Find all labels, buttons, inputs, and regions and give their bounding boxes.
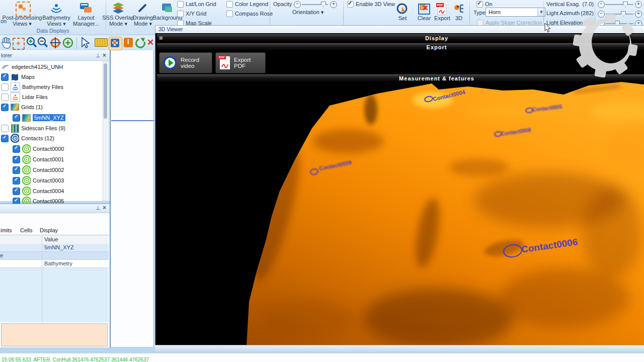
tree-item-project[interactable]: edgetech4125i_UNH xyxy=(0,62,104,72)
tree-item-maps[interactable]: Maps xyxy=(0,72,104,82)
zoom-out-icon[interactable] xyxy=(37,37,49,49)
export-bar-label: Export xyxy=(417,44,457,51)
opacity-slider-thumb[interactable] xyxy=(321,2,326,8)
checkbox-unchecked[interactable] xyxy=(1,83,9,91)
enable-3d-checkbox[interactable] xyxy=(347,1,354,8)
checkbox-checked[interactable] xyxy=(13,166,20,174)
on-checkbox[interactable] xyxy=(476,1,483,8)
vertical-exag-label: Vertical Exag. xyxy=(546,1,580,7)
checkbox-checked[interactable] xyxy=(13,177,20,185)
tree-item-contact0002[interactable]: Contact0002 xyxy=(0,165,115,175)
zoom-window-icon[interactable]: + xyxy=(13,38,25,50)
table-row[interactable]: Bathymetry xyxy=(0,260,109,267)
checkbox-checked[interactable] xyxy=(13,156,20,163)
pin-icon[interactable]: ⊥ xyxy=(96,204,101,212)
maps-icon xyxy=(11,73,19,81)
bathymetry-views-icon xyxy=(50,2,63,15)
compass-rose-checkbox[interactable] xyxy=(226,11,233,17)
checkbox-unchecked[interactable] xyxy=(1,125,9,132)
checkbox-unchecked[interactable] xyxy=(1,94,9,101)
type-value: Horn xyxy=(489,9,501,15)
contacts-icon xyxy=(11,134,19,143)
contact-icon xyxy=(22,187,31,196)
play-icon xyxy=(164,56,177,69)
checkbox-checked[interactable] xyxy=(1,135,9,142)
export-pdf-button[interactable]: PDF Export PDF xyxy=(215,52,266,73)
gear-logo-watermark xyxy=(568,14,644,77)
refresh-icon[interactable] xyxy=(134,37,146,49)
tree-item-contacts[interactable]: Contacts (12) xyxy=(0,133,104,143)
tree-item-sidescan-files[interactable]: Sidescan Files (9) xyxy=(0,123,104,133)
opacity-minus-button[interactable]: − xyxy=(294,1,301,8)
tab-limits[interactable]: imits xyxy=(1,227,12,233)
vertical-exag-plus-button[interactable]: + xyxy=(635,1,642,8)
vertical-exag-thumb[interactable] xyxy=(623,2,628,8)
on-label: On xyxy=(485,1,493,7)
lidar-files-icon xyxy=(11,93,20,102)
zoom-extents-icon[interactable] xyxy=(62,37,74,49)
properties-header: ⊥ × xyxy=(0,204,110,213)
latlon-grid-checkbox[interactable] xyxy=(177,1,184,8)
tree-item-bathymetry-files[interactable]: Bathymetry Files xyxy=(0,82,104,92)
3d-button[interactable]: 3D xyxy=(450,16,468,21)
tree-item-contact0004[interactable]: Contact0004 xyxy=(0,186,115,196)
checkbox-checked[interactable] xyxy=(1,73,9,81)
sss-overlap-mode-icon xyxy=(112,2,125,15)
set-button[interactable]: Set xyxy=(390,16,415,21)
vertical-exag-minus-button[interactable]: − xyxy=(598,1,605,8)
checkbox-checked[interactable] xyxy=(1,104,9,111)
contact-icon xyxy=(22,176,31,185)
contact-icon xyxy=(22,145,31,153)
pan-tool-icon[interactable] xyxy=(1,37,13,49)
tree-item-contact0001[interactable]: Contact0001 xyxy=(0,154,115,164)
opacity-plus-button[interactable]: + xyxy=(330,1,337,8)
vertical-exag-slider[interactable] xyxy=(605,4,633,5)
compass-rose-label: Compass Rose xyxy=(235,11,273,17)
mouse-cursor xyxy=(544,23,551,33)
map-view-strip xyxy=(110,50,155,347)
measure-tool-icon[interactable] xyxy=(95,38,108,47)
table-row[interactable]: 5mNN_XYZ xyxy=(0,244,109,251)
close-icon[interactable]: × xyxy=(103,204,106,212)
grid-edit-tool-icon[interactable] xyxy=(109,37,122,50)
viewer-window-title: 3D Viewer xyxy=(158,26,183,32)
background-icon xyxy=(161,2,174,15)
center-target-icon[interactable] xyxy=(49,37,62,49)
orientation-dropdown[interactable]: Orientation ▾ xyxy=(292,9,324,16)
color-legend-label: Color Legend xyxy=(235,1,268,7)
clear-icon: ✕ xyxy=(418,3,431,16)
record-video-button[interactable]: Record video xyxy=(159,52,212,73)
pin-icon[interactable]: ⊥ xyxy=(96,50,101,60)
tree-scrollbar[interactable] xyxy=(103,61,109,201)
table-gridline xyxy=(0,251,109,252)
checkbox-checked[interactable] xyxy=(13,114,20,122)
display-bar-label: Display xyxy=(417,35,457,42)
xy-grid-checkbox[interactable] xyxy=(177,11,184,17)
status-bar: 15:06:55.633. AFTER. ConHull.361476.4762… xyxy=(0,353,644,362)
grid-file-icon xyxy=(22,114,31,122)
tree-scrollbar-thumb[interactable] xyxy=(104,63,107,119)
value-column-header: Value xyxy=(44,236,58,242)
tab-cells[interactable]: Cells xyxy=(20,227,32,233)
menu-icon[interactable]: ≡ xyxy=(159,35,163,41)
tree-item-grids[interactable]: Grids (1) xyxy=(0,102,104,112)
tree-item-contact0000[interactable]: Contact0000 xyxy=(0,144,115,154)
checkbox-checked[interactable] xyxy=(13,188,20,195)
sidescan-files-icon xyxy=(11,124,19,133)
terrain-3d-view[interactable] xyxy=(157,82,644,345)
checkbox-checked[interactable] xyxy=(13,145,20,153)
export-pdf-label: Export PDF xyxy=(234,57,261,69)
tree-item-lidar-files[interactable]: Lidar Files xyxy=(0,92,104,102)
set-navigation-icon xyxy=(396,3,409,16)
layout-manager-icon xyxy=(79,2,93,15)
close-icon[interactable]: × xyxy=(103,50,106,60)
select-cursor-icon[interactable] xyxy=(79,37,92,49)
type-dropdown[interactable]: Horn ▼ xyxy=(486,8,545,17)
tree-item-contact0003[interactable]: Contact0003 xyxy=(0,175,115,186)
table-row[interactable]: e xyxy=(0,252,109,259)
tree-item-grid-5mnn[interactable]: 5mNN_XYZ xyxy=(0,113,115,123)
opacity-label: Opacity xyxy=(273,1,292,7)
map-toolbar: + i ✕ xyxy=(0,35,156,51)
tab-display[interactable]: Display xyxy=(40,227,58,233)
color-legend-checkbox[interactable] xyxy=(226,1,233,8)
